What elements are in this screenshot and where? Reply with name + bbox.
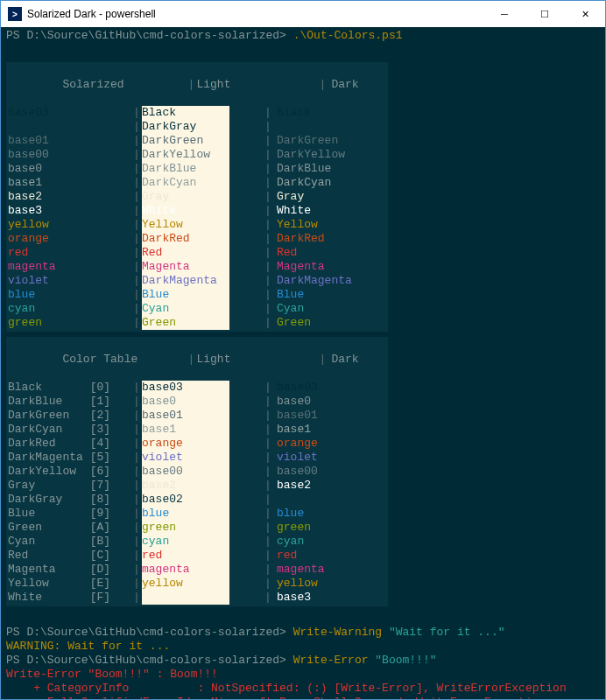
- table-row: blue |Blue|Blue: [6, 288, 388, 302]
- table-row: red |Red|Red: [6, 246, 388, 260]
- table-row: base2 |Gray|Gray: [6, 190, 388, 204]
- powershell-window: > Solarized Dark - powershell ─ ☐ ✕ PS D…: [0, 0, 606, 700]
- table-row: DarkGreen [2]|base01|base01: [6, 409, 388, 423]
- table-row: green |Green|Green: [6, 316, 388, 330]
- color-table: Color Table|Light|Dark Black [0]|base03|…: [6, 337, 388, 606]
- table-row: DarkMagenta [5]|violet|violet: [6, 451, 388, 465]
- table-row: Magenta [D]|magenta|magenta: [6, 563, 388, 577]
- close-button[interactable]: ✕: [565, 1, 605, 27]
- error-output-line2: + CategoryInfo : NotSpecified: (:) [Writ…: [6, 682, 600, 696]
- table-row: orange |DarkRed|DarkRed: [6, 232, 388, 246]
- table-row: base1 |DarkCyan|DarkCyan: [6, 176, 388, 190]
- titlebar[interactable]: > Solarized Dark - powershell ─ ☐ ✕: [1, 1, 605, 27]
- table-row: DarkRed [4]|orange|orange: [6, 437, 388, 451]
- table-row: DarkBlue [1]|base0|base0: [6, 395, 388, 409]
- powershell-icon: >: [8, 7, 22, 21]
- solarized-table: Solarized|Light|Dark base03 |Black|Black…: [6, 62, 388, 332]
- table-row: base03 |Black|Black: [6, 106, 388, 120]
- table-row: Cyan [B]|cyan|cyan: [6, 535, 388, 549]
- table-row: magenta |Magenta|Magenta: [6, 260, 388, 274]
- table-row: base02 |DarkGray|DarkGray: [6, 120, 388, 134]
- table2-header-light: Light: [196, 353, 319, 367]
- table2-header-colortable: Color Table: [60, 353, 187, 367]
- window-controls: ─ ☐ ✕: [484, 1, 605, 27]
- table-row: cyan |Cyan|Cyan: [6, 302, 388, 316]
- table-row: violet |DarkMagenta|DarkMagenta: [6, 274, 388, 288]
- table-row: base0 |DarkBlue|DarkBlue: [6, 162, 388, 176]
- table1-header-light: Light: [196, 78, 319, 92]
- window-title: Solarized Dark - powershell: [27, 8, 484, 20]
- table-row: DarkYellow [6]|base00|base00: [6, 465, 388, 479]
- prompt-line-1: PS D:\Source\GitHub\cmd-colors-solarized…: [6, 29, 600, 43]
- table-row: Blue [9]|blue|blue: [6, 507, 388, 521]
- table-row: DarkCyan [3]|base1|base1: [6, 423, 388, 437]
- error-output-line1: Write-Error "Boom!!!" : Boom!!!: [6, 668, 600, 682]
- table2-header-dark: Dark: [328, 353, 450, 367]
- table-row: DarkGray [8]|base02|base02: [6, 493, 388, 507]
- table-row: base3 |White|White: [6, 204, 388, 218]
- table-row: yellow |Yellow|Yellow: [6, 218, 388, 232]
- maximize-button[interactable]: ☐: [525, 1, 565, 27]
- table-row: Yellow [E]|yellow|yellow: [6, 577, 388, 591]
- table1-header-dark: Dark: [328, 78, 450, 92]
- table-row: Green [A]|green|green: [6, 521, 388, 535]
- terminal-body[interactable]: PS D:\Source\GitHub\cmd-colors-solarized…: [1, 27, 605, 699]
- table-row: White [F]|base3|base3: [6, 591, 388, 605]
- table-row: base00 |DarkYellow|DarkYellow: [6, 148, 388, 162]
- table-row: base01 |DarkGreen|DarkGreen: [6, 134, 388, 148]
- table1-header-solarized: Solarized: [60, 78, 187, 92]
- table-row: Red [C]|red|red: [6, 549, 388, 563]
- table-row: Gray [7]|base2|base2: [6, 479, 388, 493]
- table-row: Black [0]|base03|base03: [6, 381, 388, 395]
- minimize-button[interactable]: ─: [484, 1, 525, 27]
- prompt-line-2: PS D:\Source\GitHub\cmd-colors-solarized…: [6, 626, 600, 640]
- error-output-line3: + FullyQualifiedErrorId : Microsoft.Powe…: [6, 696, 600, 699]
- warning-output: WARNING: Wait for it ...: [6, 640, 600, 654]
- prompt-line-3: PS D:\Source\GitHub\cmd-colors-solarized…: [6, 654, 600, 668]
